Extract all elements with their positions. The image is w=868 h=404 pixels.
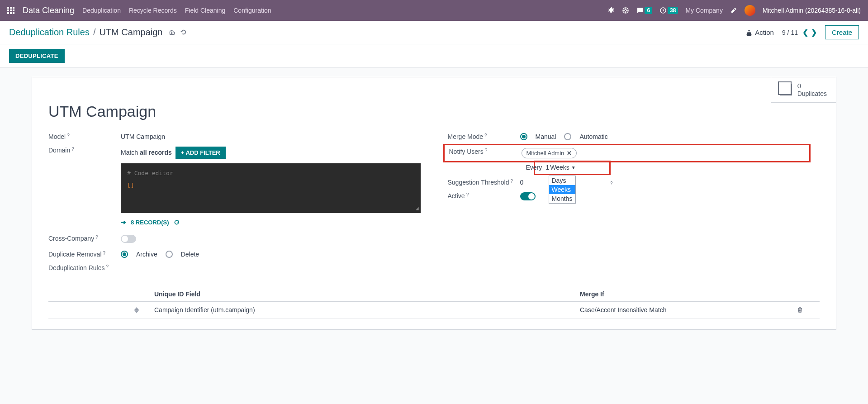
freq-option-days[interactable]: Days <box>549 176 575 185</box>
action-label: Action <box>755 29 774 36</box>
delete-radio[interactable] <box>166 251 173 258</box>
messages-icon[interactable]: 6 <box>636 7 652 14</box>
row-merge-value[interactable]: Case/Accent Insensitive Match <box>580 306 797 314</box>
delete-label: Delete <box>181 251 199 258</box>
bug-icon[interactable] <box>607 7 615 14</box>
caret-down-icon: ▼ <box>571 165 576 170</box>
brand-title[interactable]: Data Cleaning <box>23 6 74 15</box>
freq-option-months[interactable]: Months <box>549 194 575 203</box>
deduplicate-button[interactable]: DEDUPLICATE <box>9 49 65 63</box>
active-label: Active? <box>448 192 520 200</box>
cloud-save-icon[interactable] <box>168 29 175 36</box>
model-value[interactable]: UTM Campaign <box>121 133 421 140</box>
pager-next-icon[interactable]: ❯ <box>811 28 817 37</box>
notify-user-tag[interactable]: Mitchell Admin ✕ <box>522 148 577 158</box>
domain-code-editor[interactable]: # Code editor [] ◢ <box>121 163 421 213</box>
support-icon[interactable] <box>622 7 629 14</box>
messages-badge: 6 <box>645 7 652 14</box>
nav-configuration[interactable]: Configuration <box>233 7 271 14</box>
help-icon[interactable]: ? <box>466 192 469 197</box>
tag-remove-icon[interactable]: ✕ <box>567 150 572 157</box>
help-icon[interactable]: ? <box>106 264 109 269</box>
form-sheet: 0 Duplicates UTM Campaign Model? UTM Cam… <box>32 77 836 330</box>
notify-users-label: Notify Users? <box>449 148 522 155</box>
automatic-radio[interactable] <box>564 133 571 140</box>
tools-icon[interactable] <box>730 7 737 14</box>
user-avatar[interactable] <box>745 5 755 16</box>
arrow-right-icon: ➔ <box>121 219 126 226</box>
pager: 9 / 11 ❮ ❯ <box>782 28 817 37</box>
freq-option-weeks[interactable]: Weeks <box>549 185 575 194</box>
status-bar: DEDUPLICATE <box>0 44 868 68</box>
dedup-rules-table: Unique ID Field Merge If Campaign Identi… <box>48 287 820 318</box>
create-button[interactable]: Create <box>825 25 859 39</box>
user-name[interactable]: Mitchell Admin (20264385-16-0-all) <box>763 7 861 14</box>
manual-label: Manual <box>536 133 556 140</box>
duplicates-stat-button[interactable]: 0 Duplicates <box>771 77 836 103</box>
cross-company-label: Cross-Company? <box>48 235 121 242</box>
model-label: Model? <box>48 133 121 140</box>
top-navbar: Data Cleaning Deduplication Recycle Reco… <box>0 0 868 21</box>
col-merge-if[interactable]: Merge If <box>580 290 797 298</box>
row-delete-icon[interactable] <box>797 307 820 313</box>
duplicates-count: 0 <box>797 82 827 90</box>
manual-radio[interactable] <box>520 133 527 140</box>
row-field-value[interactable]: Campaign Identifier (utm.campaign) <box>152 306 580 314</box>
apps-icon[interactable] <box>7 7 14 14</box>
breadcrumb-bar: Deduplication Rules / UTM Campaign Actio… <box>0 21 868 44</box>
activities-badge: 38 <box>668 7 678 14</box>
duplicates-label: Duplicates <box>797 90 827 98</box>
discard-icon[interactable] <box>180 29 187 36</box>
records-count-link[interactable]: 8 RECORD(S) <box>131 219 169 226</box>
help-icon[interactable]: ? <box>484 133 487 138</box>
domain-match-text: Match all records <box>121 149 172 156</box>
table-row[interactable]: Campaign Identifier (utm.campaign) Case/… <box>48 302 820 318</box>
nav-recycle-records[interactable]: Recycle Records <box>129 7 177 14</box>
help-icon[interactable]: ? <box>67 133 70 138</box>
drag-handle-icon[interactable] <box>134 307 152 313</box>
help-icon[interactable]: ? <box>485 148 488 153</box>
suggestion-threshold-label: Suggestion Threshold? <box>448 179 520 186</box>
breadcrumb-separator: / <box>93 27 96 38</box>
add-filter-button[interactable]: + ADD FILTER <box>175 147 226 159</box>
frequency-input[interactable]: 1 <box>545 164 549 171</box>
domain-label: Domain? <box>48 147 121 154</box>
col-unique-id-field[interactable]: Unique ID Field <box>152 290 580 298</box>
pager-text[interactable]: 9 / 11 <box>782 29 798 36</box>
frequency-dropdown-menu: Days Weeks Months <box>549 176 576 204</box>
pager-prev-icon[interactable]: ❮ <box>802 28 808 37</box>
svg-point-1 <box>625 10 626 11</box>
action-dropdown[interactable]: Action <box>746 29 774 36</box>
code-comment: # Code editor <box>127 170 414 176</box>
every-label: Every <box>526 164 542 171</box>
frequency-unit-dropdown[interactable]: Weeks ▼ <box>550 164 575 171</box>
help-icon[interactable]: ? <box>510 179 513 184</box>
duplicate-removal-label: Duplicate Removal? <box>48 251 121 258</box>
cross-company-toggle[interactable] <box>121 235 136 243</box>
automatic-label: Automatic <box>579 133 607 140</box>
active-toggle[interactable] <box>520 192 536 200</box>
merge-mode-label: Merge Mode? <box>448 133 520 140</box>
code-body: [] <box>127 182 414 189</box>
content-scroll[interactable]: 0 Duplicates UTM Campaign Model? UTM Cam… <box>0 68 868 404</box>
help-icon[interactable]: ? <box>71 147 74 152</box>
help-icon[interactable]: ? <box>610 181 613 186</box>
duplicates-icon <box>780 84 792 95</box>
archive-label: Archive <box>136 251 157 258</box>
dedup-rules-label: Deduplication Rules? <box>48 264 121 271</box>
refresh-icon[interactable] <box>174 219 180 225</box>
archive-radio[interactable] <box>121 251 128 258</box>
resize-handle-icon[interactable]: ◢ <box>416 205 419 211</box>
breadcrumb: Deduplication Rules / UTM Campaign <box>9 27 163 38</box>
company-switcher[interactable]: My Company <box>685 7 722 14</box>
nav-field-cleaning[interactable]: Field Cleaning <box>185 7 226 14</box>
activities-icon[interactable]: 38 <box>659 7 678 14</box>
help-icon[interactable]: ? <box>95 235 98 240</box>
nav-deduplication[interactable]: Deduplication <box>82 7 121 14</box>
highlight-notify-users: Notify Users? Mitchell Admin ✕ <box>443 144 811 162</box>
breadcrumb-current: UTM Campaign <box>99 27 162 38</box>
page-title: UTM Campaign <box>48 103 820 120</box>
breadcrumb-parent[interactable]: Deduplication Rules <box>9 27 90 38</box>
help-icon[interactable]: ? <box>103 251 106 256</box>
highlight-frequency: Every 1 Weeks ▼ Days Weeks Months ? <box>534 161 611 175</box>
